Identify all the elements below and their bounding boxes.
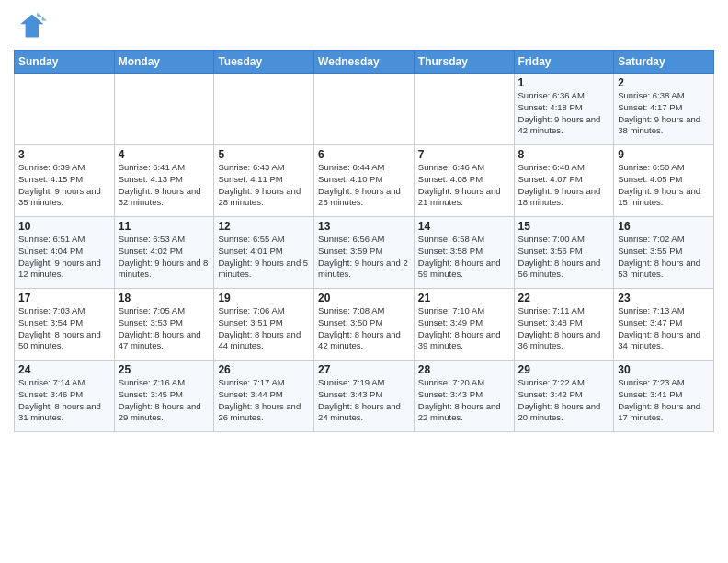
day-info: Sunrise: 7:11 AM Sunset: 3:48 PM Dayligh…	[518, 305, 610, 352]
calendar-cell: 25Sunrise: 7:16 AM Sunset: 3:45 PM Dayli…	[114, 361, 214, 432]
calendar-cell: 14Sunrise: 6:58 AM Sunset: 3:58 PM Dayli…	[414, 217, 514, 289]
calendar-week-2: 10Sunrise: 6:51 AM Sunset: 4:04 PM Dayli…	[15, 217, 714, 289]
calendar-cell: 13Sunrise: 6:56 AM Sunset: 3:59 PM Dayli…	[314, 217, 415, 289]
calendar-cell: 7Sunrise: 6:46 AM Sunset: 4:08 PM Daylig…	[414, 145, 514, 217]
day-header-sunday: Sunday	[15, 51, 115, 74]
day-number: 6	[318, 148, 410, 161]
day-info: Sunrise: 7:13 AM Sunset: 3:47 PM Dayligh…	[618, 305, 710, 352]
calendar-cell	[15, 74, 115, 145]
day-number: 5	[218, 148, 310, 161]
calendar-cell: 30Sunrise: 7:23 AM Sunset: 3:41 PM Dayli…	[614, 361, 714, 432]
day-info: Sunrise: 6:36 AM Sunset: 4:18 PM Dayligh…	[518, 90, 610, 137]
calendar-week-4: 24Sunrise: 7:14 AM Sunset: 3:46 PM Dayli…	[15, 361, 714, 432]
day-info: Sunrise: 7:05 AM Sunset: 3:53 PM Dayligh…	[119, 305, 210, 352]
calendar-cell: 19Sunrise: 7:06 AM Sunset: 3:51 PM Dayli…	[214, 289, 314, 361]
calendar-cell: 22Sunrise: 7:11 AM Sunset: 3:48 PM Dayli…	[514, 289, 614, 361]
calendar-week-0: 1Sunrise: 6:36 AM Sunset: 4:18 PM Daylig…	[15, 74, 714, 145]
calendar-cell: 27Sunrise: 7:19 AM Sunset: 3:43 PM Dayli…	[314, 361, 415, 432]
main-container: SundayMondayTuesdayWednesdayThursdayFrid…	[0, 0, 728, 437]
calendar-cell: 28Sunrise: 7:20 AM Sunset: 3:43 PM Dayli…	[414, 361, 514, 432]
day-info: Sunrise: 7:23 AM Sunset: 3:41 PM Dayligh…	[618, 377, 710, 424]
day-number: 18	[119, 292, 210, 304]
day-info: Sunrise: 7:16 AM Sunset: 3:45 PM Dayligh…	[119, 377, 210, 424]
calendar-week-1: 3Sunrise: 6:39 AM Sunset: 4:15 PM Daylig…	[15, 145, 714, 217]
day-number: 27	[318, 363, 410, 376]
calendar-cell	[114, 74, 214, 145]
day-info: Sunrise: 7:00 AM Sunset: 3:56 PM Dayligh…	[518, 234, 610, 281]
day-number: 22	[518, 292, 610, 304]
day-number: 9	[618, 148, 710, 161]
day-number: 16	[618, 220, 710, 233]
calendar-cell	[214, 74, 314, 145]
day-number: 14	[418, 220, 510, 233]
day-header-tuesday: Tuesday	[214, 51, 314, 74]
day-number: 4	[119, 148, 210, 161]
day-number: 11	[119, 220, 210, 233]
calendar-cell: 11Sunrise: 6:53 AM Sunset: 4:02 PM Dayli…	[114, 217, 214, 289]
calendar-cell: 1Sunrise: 6:36 AM Sunset: 4:18 PM Daylig…	[514, 74, 614, 145]
day-info: Sunrise: 7:14 AM Sunset: 3:46 PM Dayligh…	[18, 377, 110, 424]
day-number: 21	[418, 292, 510, 304]
day-number: 20	[318, 292, 410, 304]
day-info: Sunrise: 6:56 AM Sunset: 3:59 PM Dayligh…	[318, 234, 410, 281]
day-number: 15	[518, 220, 610, 233]
day-info: Sunrise: 6:46 AM Sunset: 4:08 PM Dayligh…	[418, 162, 510, 209]
day-header-monday: Monday	[114, 51, 214, 74]
calendar-cell: 4Sunrise: 6:41 AM Sunset: 4:13 PM Daylig…	[114, 145, 214, 217]
day-number: 13	[318, 220, 410, 233]
day-number: 17	[18, 292, 110, 304]
day-number: 26	[218, 363, 310, 376]
day-info: Sunrise: 6:43 AM Sunset: 4:11 PM Dayligh…	[218, 162, 310, 209]
calendar-cell: 16Sunrise: 7:02 AM Sunset: 3:55 PM Dayli…	[614, 217, 714, 289]
calendar-cell: 5Sunrise: 6:43 AM Sunset: 4:11 PM Daylig…	[214, 145, 314, 217]
calendar-cell	[314, 74, 415, 145]
day-info: Sunrise: 6:50 AM Sunset: 4:05 PM Dayligh…	[618, 162, 710, 209]
day-number: 1	[518, 76, 610, 89]
day-number: 7	[418, 148, 510, 161]
day-number: 28	[418, 363, 510, 376]
calendar-cell: 18Sunrise: 7:05 AM Sunset: 3:53 PM Dayli…	[114, 289, 214, 361]
day-number: 12	[218, 220, 310, 233]
day-info: Sunrise: 6:44 AM Sunset: 4:10 PM Dayligh…	[318, 162, 410, 209]
day-info: Sunrise: 7:19 AM Sunset: 3:43 PM Dayligh…	[318, 377, 410, 424]
day-info: Sunrise: 6:48 AM Sunset: 4:07 PM Dayligh…	[518, 162, 610, 209]
calendar-cell: 23Sunrise: 7:13 AM Sunset: 3:47 PM Dayli…	[614, 289, 714, 361]
day-number: 29	[518, 363, 610, 376]
day-number: 3	[18, 148, 110, 161]
day-header-friday: Friday	[514, 51, 614, 74]
svg-marker-0	[20, 14, 43, 37]
day-info: Sunrise: 6:41 AM Sunset: 4:13 PM Dayligh…	[119, 162, 210, 209]
day-info: Sunrise: 6:51 AM Sunset: 4:04 PM Dayligh…	[18, 234, 110, 281]
svg-marker-1	[37, 13, 47, 21]
day-info: Sunrise: 7:03 AM Sunset: 3:54 PM Dayligh…	[18, 305, 110, 352]
calendar-week-3: 17Sunrise: 7:03 AM Sunset: 3:54 PM Dayli…	[15, 289, 714, 361]
calendar-body: 1Sunrise: 6:36 AM Sunset: 4:18 PM Daylig…	[15, 74, 714, 432]
calendar-cell: 10Sunrise: 6:51 AM Sunset: 4:04 PM Dayli…	[15, 217, 115, 289]
day-info: Sunrise: 7:08 AM Sunset: 3:50 PM Dayligh…	[318, 305, 410, 352]
page-header	[14, 9, 714, 42]
day-info: Sunrise: 7:10 AM Sunset: 3:49 PM Dayligh…	[418, 305, 510, 352]
calendar-cell: 8Sunrise: 6:48 AM Sunset: 4:07 PM Daylig…	[514, 145, 614, 217]
day-number: 23	[618, 292, 710, 304]
calendar-header-row: SundayMondayTuesdayWednesdayThursdayFrid…	[15, 51, 714, 74]
day-number: 25	[119, 363, 210, 376]
day-info: Sunrise: 6:55 AM Sunset: 4:01 PM Dayligh…	[218, 234, 310, 281]
day-number: 8	[518, 148, 610, 161]
day-info: Sunrise: 6:53 AM Sunset: 4:02 PM Dayligh…	[119, 234, 210, 281]
day-info: Sunrise: 7:02 AM Sunset: 3:55 PM Dayligh…	[618, 234, 710, 281]
calendar-cell: 6Sunrise: 6:44 AM Sunset: 4:10 PM Daylig…	[314, 145, 415, 217]
day-header-saturday: Saturday	[614, 51, 714, 74]
calendar-cell: 9Sunrise: 6:50 AM Sunset: 4:05 PM Daylig…	[614, 145, 714, 217]
logo	[14, 9, 51, 42]
day-info: Sunrise: 7:06 AM Sunset: 3:51 PM Dayligh…	[218, 305, 310, 352]
day-info: Sunrise: 6:38 AM Sunset: 4:17 PM Dayligh…	[618, 90, 710, 137]
day-number: 19	[218, 292, 310, 304]
calendar-table: SundayMondayTuesdayWednesdayThursdayFrid…	[14, 50, 714, 432]
day-header-thursday: Thursday	[414, 51, 514, 74]
calendar-cell: 12Sunrise: 6:55 AM Sunset: 4:01 PM Dayli…	[214, 217, 314, 289]
calendar-cell: 2Sunrise: 6:38 AM Sunset: 4:17 PM Daylig…	[614, 74, 714, 145]
calendar-cell: 24Sunrise: 7:14 AM Sunset: 3:46 PM Dayli…	[15, 361, 115, 432]
logo-icon	[14, 9, 47, 42]
day-number: 24	[18, 363, 110, 376]
calendar-cell: 15Sunrise: 7:00 AM Sunset: 3:56 PM Dayli…	[514, 217, 614, 289]
